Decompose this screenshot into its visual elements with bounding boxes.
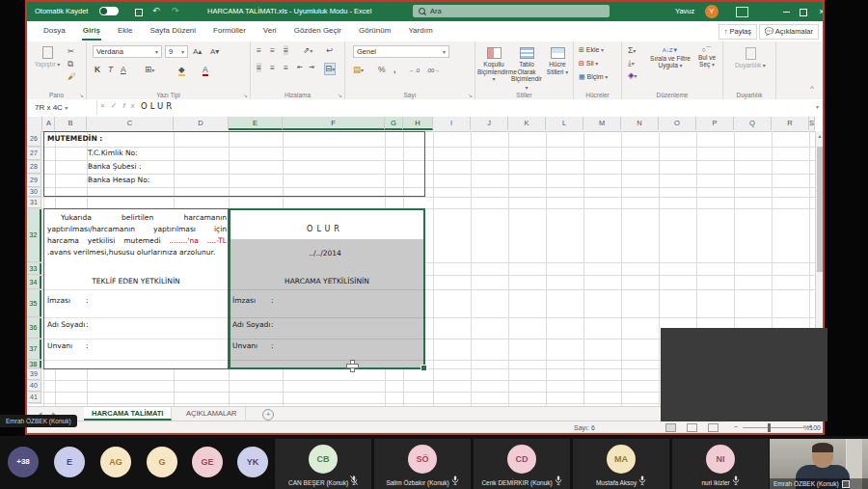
menu-tab-giriş[interactable]: Giriş [74,21,109,41]
menu-tab-gözden-geçir[interactable]: Gözden Geçir [285,21,350,41]
column-header-O[interactable]: O [659,117,696,130]
comma-icon[interactable]: , [393,65,395,74]
zoom-slider[interactable] [743,427,804,428]
find-select-button[interactable]: ○⌒ Bul veSeç ▾ [693,46,720,69]
column-header-C[interactable]: C [87,117,174,130]
zoom-slider-thumb[interactable] [768,423,771,432]
orientation-icon[interactable]: ⇗▾ [303,45,312,56]
insert-cells-button[interactable]: ⊞ Ekle ▾ [579,46,604,54]
column-header-K[interactable]: K [508,117,546,130]
fill-color-icon[interactable]: ◆ [178,65,185,76]
align-bottom-icon[interactable]: ≡ [284,45,288,55]
scroll-up-icon[interactable]: ▲ [816,133,824,139]
format-cells-button[interactable]: ▦ Biçim ▾ [579,73,608,81]
increase-decimal-icon[interactable]: ←.0 [409,66,420,75]
close-button[interactable]: × [814,6,825,17]
add-sheet-icon[interactable]: + [262,409,274,421]
avatar-YK[interactable]: YK [237,447,268,477]
row-header-41[interactable]: 41 [27,392,41,403]
row-header-32[interactable]: 32 [27,208,41,262]
menu-tab-formüller[interactable]: Formüller [204,21,255,41]
row-header-28[interactable]: 28 [27,160,41,174]
menu-tab-ekle[interactable]: Ekle [109,21,142,41]
format-as-table-button[interactable]: Tablo OlarakBiçimlendir ▾ [510,47,543,92]
borders-icon[interactable]: ⊞▾ [145,65,154,75]
column-header-R[interactable]: R [772,117,809,130]
sheet-tab-harcama-talimati[interactable]: HARCAMA TALİMATI [84,407,172,421]
video-tile[interactable]: Emrah ÖZBEK (Konuk) [770,439,868,489]
avatar-E[interactable]: E [54,447,85,477]
row-header-35[interactable]: 35 [27,289,41,317]
merge-center-icon[interactable]: ⊟▾ [324,63,336,75]
clipboard-dialog-launcher-icon[interactable]: ↘ [79,92,84,98]
row-header-40[interactable]: 40 [27,380,41,392]
row-header-31[interactable]: 31 [27,197,41,208]
align-middle-icon[interactable]: ≡ [270,45,275,55]
decrease-indent-icon[interactable]: ⇤ [297,63,303,72]
font-name-select[interactable]: Verdana▾ [93,45,162,58]
paste-button[interactable]: Yapıştır ▾ [33,46,62,69]
column-header-B[interactable]: B [55,117,87,130]
clear-icon[interactable]: ◈▾ [628,70,637,81]
selection-fill-handle[interactable] [420,365,427,371]
avatar-GE[interactable]: GE [192,447,223,477]
row-header-26[interactable]: 26 [27,131,41,147]
column-header-A[interactable]: A [43,117,55,130]
redo-icon[interactable]: ↷ [172,6,179,16]
restore-button[interactable] [796,6,811,17]
column-header-H[interactable]: H [403,117,433,130]
menu-tab-yardım[interactable]: Yardım [399,21,441,41]
row-header-27[interactable]: 27 [27,147,41,160]
align-top-icon[interactable]: ≡ [257,45,261,55]
menu-tab-veri[interactable]: Veri [255,21,285,41]
expand-formula-bar-icon[interactable]: ▾ [816,103,819,110]
wrap-text-icon[interactable]: ↩ [326,45,333,55]
overflow-count-avatar[interactable]: +38 [8,447,39,477]
vertical-scroll-thumb[interactable] [817,147,823,272]
share-button[interactable]: ↑ Paylaş [719,24,757,40]
cell-styles-button[interactable]: HücreStilleri ▾ [543,47,572,76]
avatar-G[interactable]: G [147,447,177,477]
ribbon-display-options-icon[interactable] [736,7,748,17]
normal-view-icon[interactable] [665,423,676,432]
user-avatar[interactable]: Y [705,5,719,18]
italic-button[interactable]: T [108,65,113,74]
row-header-34[interactable]: 34 [27,275,41,289]
underline-button[interactable]: A [121,65,126,74]
column-header-G[interactable]: G [385,117,403,130]
comments-button[interactable]: 💬 Açıklamalar [759,24,819,40]
column-header-I[interactable]: I [433,117,471,130]
copy-icon[interactable]: ⧉ [68,59,73,68]
column-header-S[interactable]: S [809,117,815,130]
column-header-P[interactable]: P [696,117,734,130]
collapse-ribbon-icon[interactable]: ^ [810,84,814,93]
decrease-decimal-icon[interactable]: .00→ [426,66,440,75]
delete-cells-button[interactable]: ⊟ Sil ▾ [579,60,598,68]
participant-tile-NI[interactable]: NInuri ikizler [672,439,769,489]
row-header-36[interactable]: 36 [27,317,41,339]
row-header-37[interactable]: 37 [27,339,41,360]
save-icon[interactable] [135,6,143,19]
fill-icon[interactable]: ⤓▾ [628,58,635,68]
sort-filter-button[interactable]: A↓Z▼ Sırala ve FiltreUygula ▾ [647,46,693,70]
currency-icon[interactable]: ▤▾ [353,65,364,75]
menu-tab-sayfa-düzeni[interactable]: Sayfa Düzeni [141,21,204,41]
zoom-out-icon[interactable]: − [734,423,738,430]
name-box[interactable]: 7R x 4C ▾ [29,100,97,115]
participant-tile-MA[interactable]: MAMustafa Aksoy [573,439,669,489]
percent-icon[interactable]: % [378,65,386,74]
align-right-icon[interactable]: ≡ [284,63,288,72]
search-box[interactable]: Ara [413,5,610,17]
undo-icon[interactable]: ↶ [152,6,160,16]
minimize-button[interactable] [778,6,794,17]
page-layout-view-icon[interactable] [687,423,697,432]
format-painter-icon[interactable]: 🖌 [68,71,76,81]
column-header-D[interactable]: D [174,117,229,130]
column-header-J[interactable]: J [471,117,508,130]
menu-tab-görünüm[interactable]: Görünüm [350,21,399,41]
conditional-formatting-button[interactable]: KoşulluBiçimlendirme ▾ [477,47,510,84]
font-color-icon[interactable]: A [203,65,208,76]
align-left-icon[interactable]: ≡ [257,63,261,72]
column-header-Q[interactable]: Q [734,117,772,130]
menu-tab-dosya[interactable]: Dosya [35,21,74,41]
